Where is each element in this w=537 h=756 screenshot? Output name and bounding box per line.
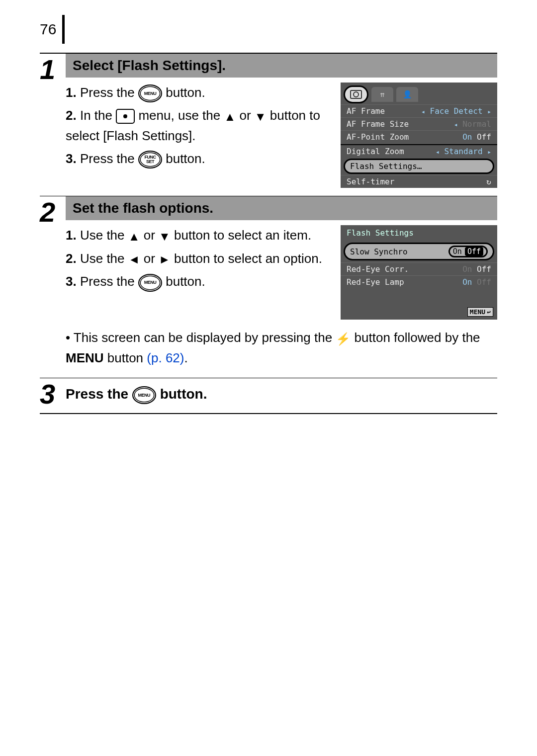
text: button. bbox=[166, 274, 205, 289]
step-number: 2 bbox=[40, 196, 66, 378]
menu-row-af-frame: AF Frame ◂ Face Detect ▸ bbox=[341, 104, 497, 117]
menu-button-icon: MENU bbox=[132, 386, 156, 404]
down-arrow-icon: ▼ bbox=[159, 227, 171, 246]
substep-num: 1. bbox=[66, 228, 77, 243]
menu-button-icon: MENU bbox=[138, 84, 162, 102]
up-arrow-icon: ▲ bbox=[224, 107, 236, 126]
menu-row-af-point-zoom: AF-Point Zoom On Off bbox=[341, 130, 497, 143]
menu-button-icon: MENU bbox=[138, 274, 162, 292]
flash-icon: ⚡ bbox=[336, 330, 351, 348]
step-3: 3 Press the MENU button. bbox=[40, 378, 497, 413]
substep-num: 2. bbox=[66, 251, 77, 266]
self-timer-icon: ↻ bbox=[486, 177, 491, 186]
menu-return-badge: MENU↩ bbox=[467, 307, 493, 317]
step-2-note: This screen can be displayed by pressing… bbox=[66, 328, 497, 378]
text: or bbox=[144, 228, 159, 243]
flash-row-red-eye-lamp: Red-Eye Lamp On Off bbox=[341, 275, 497, 288]
flash-row-red-eye-corr: Red-Eye Corr. On Off bbox=[341, 262, 497, 275]
substep-num: 2. bbox=[66, 108, 77, 123]
menu-row-self-timer: Self-timer ↻ bbox=[341, 175, 497, 188]
text: button to select an item. bbox=[174, 228, 311, 243]
step-2: 2 Set the flash options. 1. Use the ▲ or… bbox=[40, 196, 497, 378]
substep-num: 3. bbox=[66, 274, 77, 289]
menu-row-flash-settings-highlight: Flash Settings… bbox=[344, 159, 494, 174]
substep-num: 3. bbox=[66, 151, 77, 166]
down-arrow-icon: ▼ bbox=[255, 107, 267, 126]
page-number: 76 bbox=[40, 21, 62, 38]
text: In the bbox=[80, 108, 116, 123]
step-number: 3 bbox=[40, 378, 66, 413]
up-arrow-icon: ▲ bbox=[128, 227, 140, 246]
step-1: 1 Select [Flash Settings]. 1. Press the … bbox=[40, 54, 497, 196]
flash-row-slow-synchro-highlight: Slow Synchro On Off bbox=[344, 243, 494, 260]
text: button. bbox=[166, 85, 205, 100]
text: Press the bbox=[80, 151, 138, 166]
page-ref-link[interactable]: (p. 62) bbox=[147, 350, 184, 365]
text: Press the bbox=[80, 85, 138, 100]
camera-screen-menu: ⇈ 👤 AF Frame ◂ Face Detect ▸ AF Frame Si… bbox=[341, 83, 497, 188]
text: Press the bbox=[80, 274, 138, 289]
left-arrow-icon: ◄ bbox=[128, 250, 140, 268]
page-header: 76 bbox=[40, 15, 497, 44]
step-2-text: 1. Use the ▲ or ▼ button to select an it… bbox=[66, 225, 341, 320]
right-arrow-icon: ► bbox=[159, 250, 171, 268]
header-divider bbox=[62, 15, 65, 44]
text: Use the bbox=[80, 251, 128, 266]
camera-tab-tools: ⇈ bbox=[371, 87, 393, 102]
text: Use the bbox=[80, 228, 128, 243]
camera-tab-mycamera: 👤 bbox=[396, 87, 418, 102]
camera-mode-icon bbox=[116, 109, 135, 124]
camera-tab-shooting bbox=[344, 85, 368, 103]
return-icon: ↩ bbox=[487, 308, 491, 316]
step-number: 1 bbox=[40, 54, 66, 196]
step-title: Select [Flash Settings]. bbox=[66, 54, 497, 78]
func-set-button-icon: FUNCSET bbox=[138, 151, 162, 168]
text: button to select an option. bbox=[174, 251, 322, 266]
text: or bbox=[144, 251, 159, 266]
menu-row-digital-zoom: Digital Zoom ◂ Standard ▸ bbox=[341, 144, 497, 158]
text: menu, use the bbox=[138, 108, 224, 123]
step-title: Set the flash options. bbox=[66, 196, 497, 220]
steps-container: 1 Select [Flash Settings]. 1. Press the … bbox=[40, 53, 497, 414]
step-1-text: 1. Press the MENU button. 2. In the menu… bbox=[66, 83, 341, 188]
text: or bbox=[239, 108, 254, 123]
screen-title: Flash Settings bbox=[341, 225, 497, 241]
camera-screen-flash-settings: Flash Settings Slow Synchro On Off Red-E… bbox=[341, 225, 497, 320]
text: button. bbox=[166, 151, 205, 166]
step-title: Press the MENU button. bbox=[66, 382, 497, 408]
menu-row-af-frame-size: AF Frame Size ◂ Normal bbox=[341, 117, 497, 130]
substep-num: 1. bbox=[66, 85, 77, 100]
